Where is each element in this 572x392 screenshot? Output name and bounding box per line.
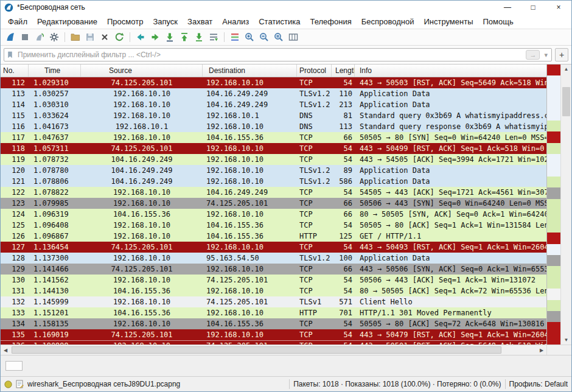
menu-item-analyze[interactable]: Анализ [217, 15, 254, 28]
column-header-source[interactable]: Source [81, 65, 203, 77]
scroll-left-arrow-icon[interactable]: ◀ [1, 345, 10, 355]
bookmark-icon[interactable] [6, 51, 14, 59]
vertical-scrollbar[interactable]: ▲ ▼ [560, 65, 571, 345]
resize-columns-button[interactable] [286, 30, 301, 44]
cell-time: 1.180999 [29, 340, 81, 345]
packet-row[interactable]: 1141.030310192.168.10.10104.16.249.249TL… [1, 99, 546, 110]
packet-row[interactable]: 1171.047637192.168.10.10104.16.155.36TCP… [1, 132, 546, 143]
packet-row[interactable]: 1351.16901974.125.205.101192.168.10.10TC… [1, 329, 546, 340]
cell-dst: 74.125.205.101 [203, 296, 297, 307]
packet-row[interactable]: 1151.033624192.168.10.10192.168.10.1DNS8… [1, 110, 546, 121]
packet-row[interactable]: 1331.151201104.16.155.36192.168.10.10HTT… [1, 307, 546, 318]
stop-capture-button[interactable] [18, 30, 32, 44]
menu-item-wireless[interactable]: Беспроводной [357, 15, 419, 28]
minimap-segment [547, 199, 560, 210]
packet-row[interactable]: 1191.078732104.16.249.249192.168.10.10TC… [1, 154, 546, 165]
packet-row[interactable]: 1241.096319104.16.155.36192.168.10.10TCP… [1, 209, 546, 220]
zoom-out-button[interactable] [257, 30, 271, 44]
close-file-button[interactable] [97, 30, 112, 44]
start-capture-button[interactable] [3, 30, 18, 44]
capture-file-name[interactable]: wireshark_Беспроводная сетьJ89DU1.pcapng [27, 380, 285, 388]
packet-row[interactable]: 1201.078780104.16.249.249192.168.10.10TL… [1, 165, 546, 176]
packet-row[interactable]: 1291.14146674.125.205.101192.168.10.10TC… [1, 264, 546, 275]
capture-options-button[interactable] [47, 30, 61, 44]
column-header-length[interactable]: Length [332, 65, 355, 77]
display-filter-input[interactable] [16, 50, 523, 60]
go-first-packet-button[interactable] [177, 30, 192, 44]
packet-row[interactable]: 1251.096408192.168.10.10104.16.155.36TCP… [1, 220, 546, 231]
expert-info-icon[interactable] [4, 380, 12, 388]
column-header-protocol[interactable]: Protocol [297, 65, 332, 77]
go-last-packet-button[interactable] [192, 30, 206, 44]
menu-item-statistics[interactable]: Статистика [254, 15, 305, 28]
add-filter-button[interactable]: + [555, 48, 568, 61]
minimap-segment [547, 143, 560, 154]
horizontal-scroll-thumb[interactable] [12, 346, 501, 354]
scroll-down-arrow-icon[interactable]: ▼ [561, 335, 571, 345]
packet-row[interactable]: 1221.078822192.168.10.10104.16.249.249TC… [1, 187, 546, 198]
menu-item-view[interactable]: Просмотр [102, 15, 148, 28]
menu-item-go[interactable]: Запуск [148, 15, 183, 28]
restart-capture-button[interactable] [32, 30, 47, 44]
packet-row[interactable]: 1271.13645474.125.205.101192.168.10.10TC… [1, 242, 546, 253]
zoom-original-button[interactable] [271, 30, 286, 44]
packet-row[interactable]: 1211.078806104.16.249.249192.168.10.10TL… [1, 176, 546, 187]
minimap-segment [547, 289, 560, 299]
close-button[interactable]: × [546, 1, 571, 14]
vertical-scroll-thumb[interactable] [562, 87, 570, 116]
reload-file-button[interactable] [112, 30, 127, 44]
cell-no: 130 [1, 275, 29, 285]
column-header-no[interactable]: No. [1, 65, 29, 77]
profile-selector[interactable]: Профиль: Default [509, 380, 568, 388]
minimap-segment [547, 87, 560, 98]
vertical-scroll-track[interactable] [561, 74, 571, 335]
wireshark-window: *Беспроводная сеть — □ × ФайлРедактирова… [0, 0, 572, 392]
packet-row[interactable]: 1261.096867192.168.10.10104.16.155.36HTT… [1, 231, 546, 242]
cell-no: 116 [1, 121, 29, 132]
save-file-button[interactable] [83, 30, 97, 44]
scroll-right-arrow-icon[interactable]: ▶ [537, 345, 546, 355]
horizontal-scroll-track[interactable] [10, 345, 537, 355]
minimize-button[interactable]: — [495, 1, 520, 14]
cell-src: 192.168.10.10 [81, 132, 203, 143]
packet-row[interactable]: 1301.141562192.168.10.1074.125.205.101TC… [1, 275, 546, 285]
column-header-info[interactable]: Info [355, 65, 546, 77]
packet-row[interactable]: 1311.144130104.16.155.36192.168.10.10TCP… [1, 285, 546, 296]
maximize-button[interactable]: □ [520, 1, 546, 14]
packet-row[interactable]: 1321.145999192.168.10.1074.125.205.101TL… [1, 296, 546, 307]
zoom-in-button[interactable] [242, 30, 257, 44]
scrollbar-minimap[interactable] [546, 65, 560, 345]
apply-filter-button[interactable]: → [526, 50, 540, 60]
menu-item-capture[interactable]: Захват [183, 15, 217, 28]
column-header-destination[interactable]: Destination [203, 65, 297, 77]
packet-row[interactable]: 1181.05731174.125.205.101192.168.10.10TC… [1, 143, 546, 154]
menu-item-help[interactable]: Помощь [478, 15, 518, 28]
auto-scroll-button[interactable] [206, 30, 221, 44]
cell-info: 50506 → 443 [ACK] Seq=1 Ack=1 Win=131072 [355, 275, 546, 285]
filter-history-dropdown[interactable]: ▾ [542, 51, 549, 59]
go-back-button[interactable] [133, 30, 148, 44]
horizontal-scrollbar-row: ◀ ▶ [1, 345, 571, 355]
menu-item-edit[interactable]: Редактирование [32, 15, 102, 28]
packet-row[interactable]: 1341.158135192.168.10.10104.16.155.36TCP… [1, 318, 546, 329]
column-header-time[interactable]: Time [29, 65, 81, 77]
menu-item-tools[interactable]: Инструменты [419, 15, 478, 28]
go-to-packet-button[interactable] [162, 30, 177, 44]
capture-comment-icon[interactable] [16, 380, 24, 388]
packet-row[interactable]: 1131.030257192.168.10.10104.16.249.249TL… [1, 88, 546, 99]
cell-dst: 104.16.155.36 [203, 132, 297, 143]
menu-item-telephony[interactable]: Телефония [305, 15, 356, 28]
open-file-button[interactable] [68, 30, 83, 44]
horizontal-scrollbar[interactable]: ◀ ▶ [1, 345, 546, 355]
minimap-segment [547, 98, 560, 109]
scroll-up-arrow-icon[interactable]: ▲ [561, 65, 571, 74]
packet-row[interactable]: 1121.02931074.125.205.101192.168.10.10TC… [1, 77, 546, 88]
go-forward-button[interactable] [148, 30, 162, 44]
menu-item-file[interactable]: Файл [3, 15, 32, 28]
packet-row[interactable]: 1161.041673192.168.10.1192.168.10.10DNS1… [1, 121, 546, 132]
cell-time: 1.136454 [29, 242, 81, 253]
packet-row[interactable]: 1281.137300192.168.10.1095.163.54.50TLSv… [1, 253, 546, 264]
colorize-packets-button[interactable] [228, 30, 242, 44]
packet-row[interactable]: 1361.180999192.168.10.1074.125.205.101TC… [1, 340, 546, 345]
packet-row[interactable]: 1231.079985192.168.10.1074.125.205.101TC… [1, 198, 546, 209]
